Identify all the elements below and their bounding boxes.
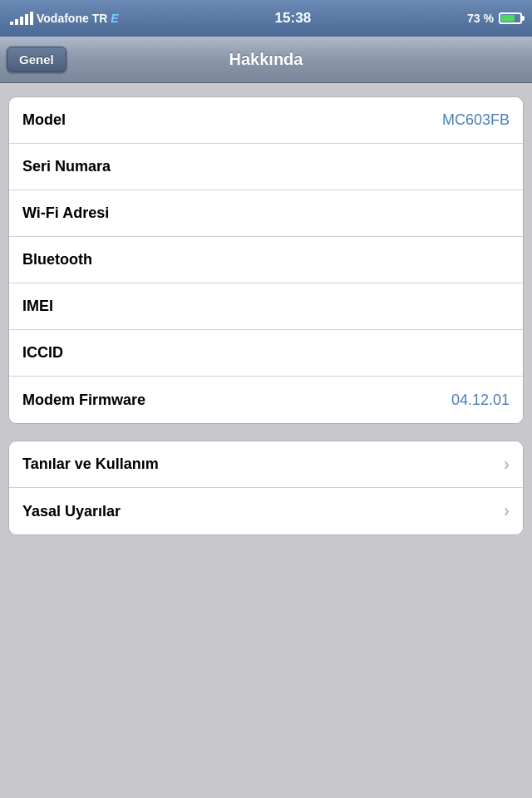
table-row: Seri Numara (9, 144, 523, 190)
chevron-right-icon: › (504, 500, 510, 522)
info-table: Model MC603FB Seri Numara Wi-Fi Adresi B… (8, 96, 524, 424)
nav-bar: Genel Hakkında (0, 37, 532, 83)
table-row: Wi-Fi Adresi (9, 190, 523, 237)
row-value-modem: 04.12.01 (451, 392, 510, 409)
battery-percentage: 73 % (467, 12, 494, 25)
row-label-iccid: ICCID (22, 344, 63, 362)
nav-table: Tanılar ve Kullanım › Yasal Uyarılar › (8, 441, 524, 535)
page-title: Hakkında (229, 50, 303, 69)
battery-icon (499, 12, 522, 24)
row-value-model: MC603FB (442, 111, 510, 129)
table-row: ICCID (9, 330, 523, 377)
status-left: Vodafone TR E (10, 12, 119, 25)
network-type-label: E (111, 12, 118, 25)
content: Model MC603FB Seri Numara Wi-Fi Adresi B… (0, 83, 532, 557)
table-row: Bluetooth (9, 237, 523, 283)
yasal-label: Yasal Uyarılar (22, 503, 121, 520)
yasal-row[interactable]: Yasal Uyarılar › (9, 488, 523, 534)
status-right: 73 % (467, 12, 522, 25)
time-label: 15:38 (275, 10, 311, 27)
table-row: Modem Firmware 04.12.01 (9, 377, 523, 423)
row-label-seri: Seri Numara (22, 158, 111, 175)
row-label-wifi: Wi-Fi Adresi (22, 204, 109, 222)
status-bar: Vodafone TR E 15:38 73 % (0, 0, 532, 37)
table-row: Model MC603FB (9, 97, 523, 144)
signal-icon (10, 12, 33, 25)
carrier-label: Vodafone TR (37, 12, 107, 25)
row-label-imei: IMEI (22, 298, 53, 315)
row-label-modem: Modem Firmware (22, 392, 145, 409)
tanilar-label: Tanılar ve Kullanım (22, 456, 159, 473)
table-row: IMEI (9, 283, 523, 330)
back-button[interactable]: Genel (7, 47, 66, 72)
row-label-bluetooth: Bluetooth (22, 251, 92, 268)
row-label-model: Model (22, 111, 66, 129)
chevron-right-icon: › (504, 454, 510, 475)
tanilar-row[interactable]: Tanılar ve Kullanım › (9, 441, 523, 488)
